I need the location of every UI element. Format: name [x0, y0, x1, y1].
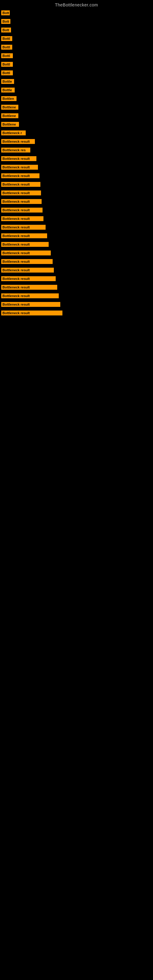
bar-label: Bottleneck result — [1, 165, 38, 170]
bar-row: Bottleneck result — [0, 249, 153, 257]
bar-row: Bott — [0, 26, 153, 34]
bar-label: Bottleneck result — [1, 173, 40, 178]
bar-label: Bott — [1, 10, 10, 15]
bar-row: Bottleneck result — [0, 291, 153, 300]
bar-label: Bottlene — [1, 105, 18, 110]
bar-label: Bottleneck result — [1, 139, 35, 144]
bar-label: Bottle — [1, 88, 15, 92]
bar-row: Bottleneck result — [0, 154, 153, 163]
bar-label: Bottleneck result — [1, 225, 46, 230]
bar-label: Bottleneck result — [1, 208, 43, 213]
bar-row: Bottlene — [0, 111, 153, 120]
bar-label: Bottleneck result — [1, 276, 56, 281]
bar-label: Bottleneck result — [1, 156, 37, 161]
bar-row: Bottleneck result — [0, 206, 153, 215]
site-title: TheBottlenecker.com — [0, 0, 153, 9]
bar-row: Bottl — [0, 51, 153, 60]
bar-row: Bott — [0, 9, 153, 17]
bar-row: Bottleneck result — [0, 223, 153, 232]
bar-row: Bottleneck result — [0, 232, 153, 240]
bar-row: Bottleneck result — [0, 215, 153, 223]
bar-label: Bott — [1, 27, 11, 32]
bar-label: Bottleneck result — [1, 191, 41, 196]
bar-label: Bottleneck result — [1, 259, 53, 264]
bar-label: Bottleneck result — [1, 182, 40, 187]
bar-row: Bottleneck result — [0, 180, 153, 189]
bar-label: Bottleneck r — [1, 130, 26, 135]
bar-label: Bottleneck result — [1, 310, 62, 315]
bar-label: Bottleneck result — [1, 233, 47, 238]
bar-row: Bottleneck result — [0, 189, 153, 197]
bar-label: Bottleneck result — [1, 216, 43, 221]
bar-label: Bottleneck result — [1, 250, 51, 255]
bar-row: Bott — [0, 17, 153, 26]
bar-row: Bottleneck result — [0, 300, 153, 309]
bar-row: Bottl — [0, 34, 153, 43]
bar-row: Bottleneck result — [0, 257, 153, 266]
bar-label: Bottl — [1, 70, 13, 75]
bar-row: Bottleneck result — [0, 309, 153, 317]
bar-label: Bottleneck result — [1, 302, 60, 307]
bar-row: Bottlen — [0, 94, 153, 103]
bar-label: Bottleneck result — [1, 285, 57, 290]
bar-row: Bottl — [0, 43, 153, 51]
bar-row: Bottleneck result — [0, 197, 153, 206]
bar-row: Bottleneck result — [0, 283, 153, 291]
bar-label: Bottlen — [1, 96, 16, 101]
bar-label: Bottleneck result — [1, 199, 41, 204]
bar-row: Bottle — [0, 86, 153, 94]
bar-row: Bottleneck result — [0, 240, 153, 249]
bar-row: Bottleneck result — [0, 266, 153, 274]
bar-label: Bottle — [1, 79, 14, 84]
bar-label: Bottl — [1, 45, 12, 49]
bar-row: Bottleneck res — [0, 146, 153, 154]
bar-label: Bottlene — [1, 122, 19, 127]
bar-row: Bottleneck result — [0, 137, 153, 146]
bar-label: Bottl — [1, 36, 12, 41]
bar-label: Bottleneck result — [1, 242, 49, 247]
bar-label: Bottl — [1, 53, 13, 58]
bar-row: Bottleneck r — [0, 129, 153, 137]
bar-label: Bottl — [1, 62, 13, 67]
bar-label: Bottleneck result — [1, 268, 54, 272]
bar-row: Bottleneck result — [0, 172, 153, 180]
bar-row: Bottleneck result — [0, 163, 153, 172]
bar-label: Bottleneck result — [1, 293, 59, 298]
bar-row: Bottle — [0, 77, 153, 86]
bar-row: Bottlene — [0, 120, 153, 129]
bar-row: Bottl — [0, 60, 153, 68]
bars-container: BottBottBottBottlBottlBottlBottlBottlBot… — [0, 9, 153, 317]
bar-row: Bottleneck result — [0, 274, 153, 283]
bar-label: Bottlene — [1, 113, 18, 118]
bar-row: Bottlene — [0, 103, 153, 111]
bar-row: Bottl — [0, 68, 153, 77]
bar-label: Bottleneck res — [1, 148, 30, 153]
bar-label: Bott — [1, 19, 10, 24]
